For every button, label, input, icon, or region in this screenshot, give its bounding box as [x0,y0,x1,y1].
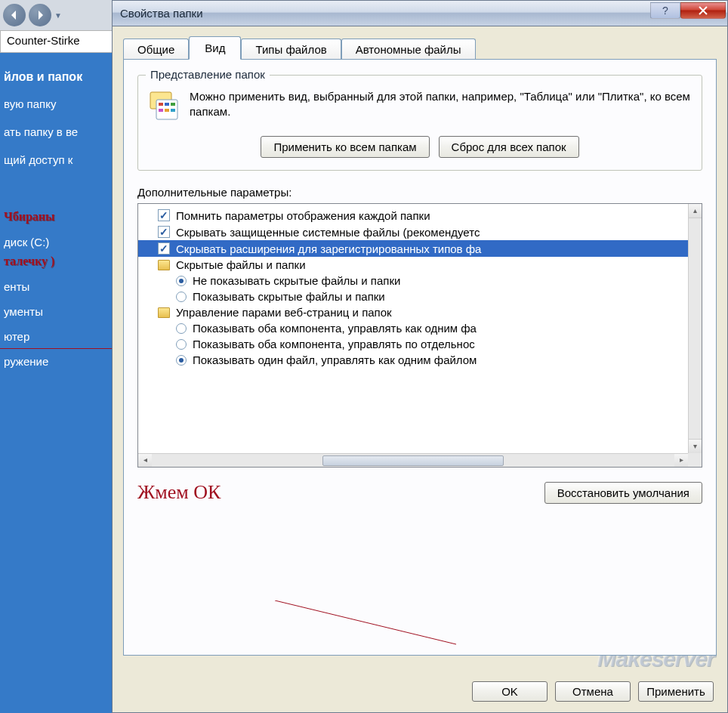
setting-item[interactable]: Управление парами веб-страниц и папок [138,304,688,320]
reset-all-button[interactable]: Сброс для всех папок [439,136,579,158]
help-button[interactable]: ? [650,2,680,19]
setting-item[interactable]: Скрытые файлы и папки [138,257,688,273]
folder-icon [158,260,170,270]
radio-icon[interactable] [176,339,187,350]
radio-icon[interactable] [176,355,187,366]
window-title: Свойства папки [120,7,203,20]
dialog-body: Общие Вид Типы файлов Автономные файлы П… [113,26,727,663]
tab-bar: Общие Вид Типы файлов Автономные файлы [123,39,717,60]
setting-label: Скрывать расширения для зарегистрированн… [176,243,481,255]
horizontal-scrollbar[interactable]: ◂ ▸ [138,453,688,467]
dialog-button-row: OK Отмена Применить [472,681,714,702]
setting-label: Помнить параметры отображения каждой пап… [176,210,430,221]
folder-icon [158,307,170,318]
scroll-right-icon[interactable]: ▸ [674,454,688,468]
annotation-line [275,600,456,646]
setting-item[interactable]: Показывать скрытые файлы и папки [138,289,688,304]
svg-rect-4 [171,103,175,106]
advanced-label: Дополнительные параметры: [137,186,702,199]
svg-rect-2 [159,103,163,106]
folder-options-dialog: Свойства папки ? Общие Вид Типы файлов А… [112,0,728,713]
checkbox-icon[interactable] [158,226,170,238]
apply-button[interactable]: Применить [638,681,714,702]
vertical-scrollbar[interactable] [688,204,702,453]
setting-item[interactable]: Показывать оба компонента, управлять по … [138,336,688,352]
explorer-sidebar: йлов и папок вую папку ать папку в ве щи… [0,57,113,381]
arrow-right-icon [34,9,46,21]
setting-label: Не показывать скрытые файлы и папки [193,275,400,286]
panel-header: йлов и папок [4,64,110,90]
restore-defaults-button[interactable]: Восстановить умолчания [544,482,702,504]
annotation-text: талечку ) [4,248,110,274]
tree-item[interactable]: енты [4,274,110,299]
tree-item[interactable]: ютер [4,324,110,349]
address-text: Counter-Stirke [7,34,80,47]
sidebar-link[interactable]: ать папку в ве [4,118,110,146]
setting-label: Показывать скрытые файлы и папки [193,291,385,302]
svg-line-8 [275,600,456,644]
close-icon [698,6,708,15]
folder-views-groupbox: Представление папок Можно применить вид,… [137,75,702,171]
scroll-thumb[interactable] [322,455,504,466]
radio-icon[interactable] [176,276,187,286]
setting-item[interactable]: Не показывать скрытые файлы и папки [138,273,688,289]
radio-icon[interactable] [176,292,187,302]
setting-item[interactable]: Показывать один файл, управлять как одни… [138,352,688,368]
tree-item[interactable]: ружение [4,349,110,374]
tab-general[interactable]: Общие [123,39,189,60]
setting-label: Показывать оба компонента, управлять по … [193,338,475,350]
setting-item[interactable]: Помнить параметры отображения каждой пап… [138,207,688,224]
close-button[interactable] [680,2,726,19]
setting-item[interactable]: Показывать оба компонента, управлять как… [138,320,688,336]
setting-item[interactable]: Скрывать расширения для зарегистрированн… [138,240,688,257]
setting-label: Скрывать защищенные системные файлы (рек… [176,227,480,238]
address-bar[interactable]: Counter-Stirke [0,30,113,53]
nav-back-button[interactable] [3,4,26,26]
nav-dropdown-icon[interactable]: ▼ [54,11,62,20]
explorer-background: ▼ Counter-Stirke йлов и папок вую папку … [0,0,113,713]
checkbox-icon[interactable] [158,209,170,221]
setting-item[interactable]: Скрывать защищенные системные файлы (рек… [138,224,688,240]
cancel-button[interactable]: Отмена [555,681,631,702]
setting-label: Показывать один файл, управлять как одни… [193,354,477,366]
svg-rect-6 [165,109,169,112]
tree-item[interactable]: ументы [4,299,110,324]
nav-forward-button[interactable] [29,4,51,26]
tab-offline[interactable]: Автономные файлы [341,39,476,60]
setting-label: Управление парами веб-страниц и папок [176,307,392,318]
annotation-press-ok: Жмем ОК [137,481,221,504]
svg-rect-3 [165,103,169,106]
radio-icon[interactable] [176,323,187,334]
svg-rect-5 [159,109,163,112]
svg-rect-7 [171,109,175,112]
checkbox-icon[interactable] [158,242,170,255]
explorer-toolbar: ▼ [0,0,113,30]
advanced-settings-list[interactable]: Помнить параметры отображения каждой пап… [137,203,702,468]
sidebar-link[interactable]: щий доступ к [4,146,110,174]
sidebar-link[interactable]: вую папку [4,90,110,118]
scroll-corner [688,453,702,467]
setting-label: Скрытые файлы и папки [176,259,306,270]
folder-views-icon [149,89,179,122]
groupbox-title: Представление папок [146,68,270,81]
annotation-text: Чбираны [4,204,110,230]
setting-label: Показывать оба компонента, управлять как… [193,323,477,334]
ok-button[interactable]: OK [472,681,548,702]
apply-to-all-button[interactable]: Применить ко всем папкам [261,136,429,158]
scroll-left-icon[interactable]: ◂ [138,454,152,468]
tab-view[interactable]: Вид [189,36,241,60]
titlebar[interactable]: Свойства папки ? [113,1,727,26]
arrow-left-icon [8,9,20,21]
groupbox-description: Можно применить вид, выбранный для этой … [190,89,691,120]
tab-filetypes[interactable]: Типы файлов [241,39,341,60]
tab-panel-view: Представление папок Можно применить вид,… [123,59,717,656]
